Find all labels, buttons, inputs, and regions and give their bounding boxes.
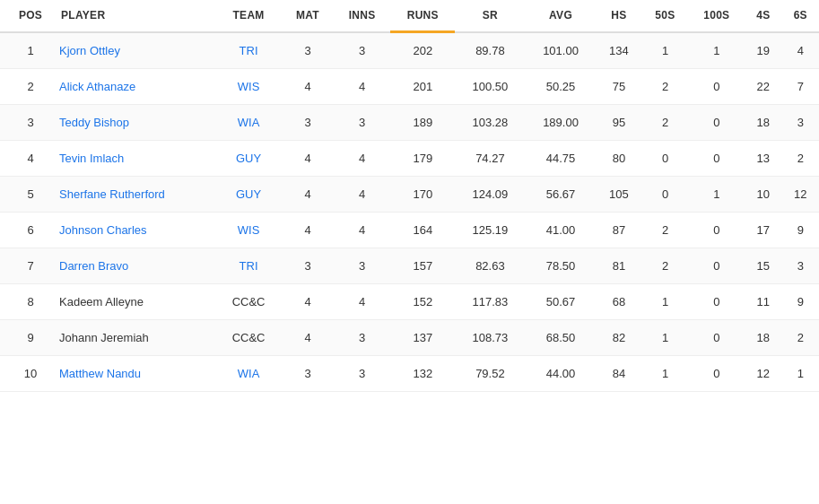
player-name-cell[interactable]: Johnson Charles [54, 213, 215, 248]
team-cell: CC&C [215, 320, 282, 356]
mat-cell: 3 [282, 356, 334, 392]
4s-cell: 19 [745, 32, 781, 69]
table-row: 6 Johnson Charles WIS 4 4 164 125.19 41.… [0, 213, 819, 248]
sr-cell: 108.73 [455, 320, 526, 356]
avg-cell: 44.75 [526, 141, 597, 177]
pos-cell: 5 [0, 177, 54, 213]
pos-cell: 4 [0, 141, 54, 177]
50s-header: 50S [641, 0, 688, 32]
100s-header: 100S [689, 0, 745, 32]
inns-header: INNS [334, 0, 391, 32]
100s-cell: 0 [689, 69, 745, 105]
team-cell[interactable]: GUY [215, 141, 282, 177]
hs-header: HS [596, 0, 641, 32]
table-row: 3 Teddy Bishop WIA 3 3 189 103.28 189.00… [0, 105, 819, 141]
runs-cell: 201 [390, 69, 455, 105]
team-cell[interactable]: WIS [215, 69, 282, 105]
100s-cell: 1 [689, 32, 745, 69]
sr-cell: 103.28 [455, 105, 526, 141]
4s-cell: 15 [745, 248, 781, 284]
hs-cell: 95 [596, 105, 641, 141]
hs-cell: 80 [596, 141, 641, 177]
6s-cell: 3 [782, 105, 819, 141]
50s-cell: 2 [641, 69, 688, 105]
pos-cell: 7 [0, 248, 54, 284]
100s-cell: 1 [689, 177, 745, 213]
team-header: TEAM [215, 0, 282, 32]
player-name-cell[interactable]: Tevin Imlach [54, 141, 215, 177]
50s-cell: 1 [641, 320, 688, 356]
4s-cell: 13 [745, 141, 781, 177]
avg-cell: 101.00 [526, 32, 597, 69]
6s-cell: 2 [782, 320, 819, 356]
team-cell[interactable]: WIS [215, 213, 282, 248]
avg-cell: 50.25 [526, 69, 597, 105]
100s-cell: 0 [689, 320, 745, 356]
6s-cell: 9 [782, 284, 819, 320]
player-name-cell[interactable]: Alick Athanaze [54, 69, 215, 105]
sr-cell: 82.63 [455, 248, 526, 284]
6s-cell: 9 [782, 213, 819, 248]
pos-cell: 1 [0, 32, 54, 69]
mat-cell: 4 [282, 177, 334, 213]
inns-cell: 4 [334, 141, 391, 177]
hs-cell: 68 [596, 284, 641, 320]
table-row: 5 Sherfane Rutherford GUY 4 4 170 124.09… [0, 177, 819, 213]
runs-cell: 170 [390, 177, 455, 213]
player-name-cell[interactable]: Kjorn Ottley [54, 32, 215, 69]
runs-header: RUNS [390, 0, 455, 32]
sr-cell: 117.83 [455, 284, 526, 320]
team-cell[interactable]: TRI [215, 248, 282, 284]
player-name-cell[interactable]: Matthew Nandu [54, 356, 215, 392]
inns-cell: 3 [334, 356, 391, 392]
hs-cell: 134 [596, 32, 641, 69]
team-cell[interactable]: GUY [215, 177, 282, 213]
player-header: PLAYER [54, 0, 215, 32]
hs-cell: 75 [596, 69, 641, 105]
50s-cell: 0 [641, 141, 688, 177]
table-row: 1 Kjorn Ottley TRI 3 3 202 89.78 101.00 … [0, 32, 819, 69]
table-header-row: POS PLAYER TEAM MAT INNS RUNS SR AVG HS … [0, 0, 819, 32]
inns-cell: 3 [334, 32, 391, 69]
inns-cell: 4 [334, 177, 391, 213]
runs-cell: 164 [390, 213, 455, 248]
runs-cell: 137 [390, 320, 455, 356]
100s-cell: 0 [689, 141, 745, 177]
inns-cell: 4 [334, 69, 391, 105]
hs-cell: 84 [596, 356, 641, 392]
team-cell[interactable]: TRI [215, 32, 282, 69]
table-row: 9 Johann Jeremiah CC&C 4 3 137 108.73 68… [0, 320, 819, 356]
player-name-cell[interactable]: Sherfane Rutherford [54, 177, 215, 213]
pos-cell: 3 [0, 105, 54, 141]
100s-cell: 0 [689, 105, 745, 141]
avg-cell: 68.50 [526, 320, 597, 356]
pos-cell: 6 [0, 213, 54, 248]
team-cell[interactable]: WIA [215, 105, 282, 141]
player-name-cell: Kadeem Alleyne [54, 284, 215, 320]
inns-cell: 3 [334, 105, 391, 141]
sr-cell: 100.50 [455, 69, 526, 105]
avg-cell: 56.67 [526, 177, 597, 213]
sr-cell: 125.19 [455, 213, 526, 248]
4s-cell: 11 [745, 284, 781, 320]
mat-header: MAT [282, 0, 334, 32]
inns-cell: 3 [334, 320, 391, 356]
mat-cell: 4 [282, 320, 334, 356]
mat-cell: 4 [282, 284, 334, 320]
player-name-cell[interactable]: Darren Bravo [54, 248, 215, 284]
avg-cell: 50.67 [526, 284, 597, 320]
pos-header: POS [0, 0, 54, 32]
avg-cell: 78.50 [526, 248, 597, 284]
runs-cell: 202 [390, 32, 455, 69]
4s-cell: 10 [745, 177, 781, 213]
runs-cell: 157 [390, 248, 455, 284]
player-name-cell: Johann Jeremiah [54, 320, 215, 356]
team-cell[interactable]: WIA [215, 356, 282, 392]
6s-cell: 1 [782, 356, 819, 392]
avg-cell: 41.00 [526, 213, 597, 248]
sr-header: SR [455, 0, 526, 32]
mat-cell: 3 [282, 105, 334, 141]
avg-cell: 44.00 [526, 356, 597, 392]
player-name-cell[interactable]: Teddy Bishop [54, 105, 215, 141]
hs-cell: 81 [596, 248, 641, 284]
